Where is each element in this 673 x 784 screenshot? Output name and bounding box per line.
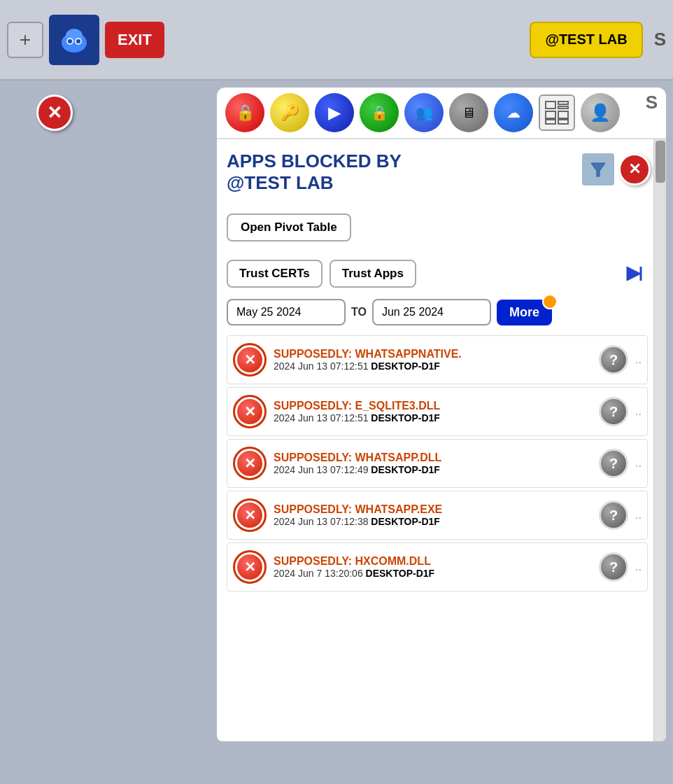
trust-certs-button[interactable]: Trust CERTs — [227, 260, 323, 288]
list-item[interactable]: ✕ SUPPOSEDLY: WHATSAPP.EXE 2024 Jun 13 0… — [227, 491, 648, 540]
svg-rect-12 — [558, 120, 568, 124]
panel-title: APPS BLOCKED BY @TEST LAB — [227, 150, 402, 194]
open-pivot-table-button[interactable]: Open Pivot Table — [227, 214, 351, 241]
item-subtitle: 2024 Jun 7 13:20:06 DESKTOP-D1F — [274, 568, 592, 579]
add-button[interactable]: + — [7, 22, 43, 58]
more-button[interactable]: More — [497, 300, 552, 326]
svg-point-4 — [68, 39, 72, 43]
question-icon[interactable]: ? — [599, 449, 628, 478]
date-from-input[interactable] — [227, 299, 346, 326]
svg-marker-14 — [627, 267, 641, 281]
svg-rect-8 — [558, 106, 568, 108]
arrow-right-button[interactable] — [620, 258, 651, 289]
list-item[interactable]: ✕ SUPPOSEDLY: E_SQLITE3.DLL 2024 Jun 13 … — [227, 387, 648, 436]
item-title: SUPPOSEDLY: HXCOMM.DLL — [274, 555, 592, 568]
question-icon[interactable]: ? — [599, 500, 628, 530]
filter-button[interactable] — [582, 153, 614, 186]
panel-close-icon: ✕ — [628, 160, 641, 178]
blocked-icon: ✕ — [233, 343, 267, 377]
item-dots: .. — [635, 354, 642, 366]
svg-rect-9 — [546, 111, 555, 118]
group-toolbar-icon[interactable]: 👥 — [404, 93, 444, 132]
item-dots: .. — [635, 457, 642, 470]
blocked-icon: ✕ — [233, 498, 267, 532]
right-s-label: S — [646, 91, 658, 113]
question-icon[interactable]: ? — [599, 345, 628, 374]
security-toolbar-icon[interactable]: 🔒 — [360, 93, 399, 132]
trust-apps-button[interactable]: Trust Apps — [330, 260, 416, 288]
question-icon[interactable]: ? — [599, 552, 628, 582]
svg-rect-7 — [558, 102, 568, 104]
key-toolbar-icon[interactable]: 🔑 — [270, 93, 309, 132]
item-subtitle: 2024 Jun 13 07:12:51 DESKTOP-D1F — [274, 412, 592, 424]
blocked-apps-list: ✕ SUPPOSEDLY: WHATSAPPNATIVE. 2024 Jun 1… — [227, 335, 651, 594]
blocked-icon: ✕ — [233, 395, 267, 428]
panel-content: APPS BLOCKED BY @TEST LAB ✕ — [217, 139, 666, 606]
svg-point-5 — [76, 39, 80, 43]
pivot-btn-wrap: Open Pivot Table — [227, 214, 651, 250]
item-subtitle: 2024 Jun 13 07:12:51 DESKTOP-D1F — [274, 360, 592, 372]
blocked-icon: ✕ — [233, 550, 267, 584]
item-subtitle: 2024 Jun 13 07:12:38 DESKTOP-D1F — [274, 516, 592, 527]
svg-marker-13 — [591, 163, 605, 176]
blocked-icon: ✕ — [233, 447, 267, 480]
date-to-input[interactable] — [372, 299, 491, 326]
toolbar: 🔒 🔑 ▶ 🔒 👥 🖥 ☁ — [217, 88, 666, 139]
cloud-toolbar-icon[interactable]: ☁ — [494, 93, 533, 132]
date-row: TO More — [227, 299, 651, 326]
close-button[interactable]: ✕ — [36, 94, 73, 131]
lock-toolbar-icon[interactable]: 🔒 — [225, 93, 264, 132]
grid-toolbar-icon[interactable] — [539, 94, 575, 131]
user-toolbar-icon[interactable]: 👤 — [581, 93, 620, 132]
item-title: SUPPOSEDLY: E_SQLITE3.DLL — [274, 400, 592, 412]
item-title: SUPPOSEDLY: WHATSAPP.EXE — [274, 503, 592, 516]
trust-buttons-row: Trust CERTs Trust Apps — [227, 258, 651, 289]
main-panel: APPS BLOCKED BY @TEST LAB ✕ — [217, 139, 666, 741]
svg-rect-6 — [546, 102, 555, 108]
logo-icon — [49, 15, 99, 65]
item-dots: .. — [635, 509, 642, 522]
list-item[interactable]: ✕ SUPPOSEDLY: HXCOMM.DLL 2024 Jun 7 13:2… — [227, 542, 648, 592]
scroll-thumb[interactable] — [656, 141, 665, 183]
to-label: TO — [351, 306, 367, 318]
item-subtitle: 2024 Jun 13 07:12:49 DESKTOP-D1F — [274, 464, 592, 475]
s-label: S — [654, 29, 666, 50]
item-dots: .. — [635, 405, 642, 418]
panel-title-actions: ✕ — [582, 153, 651, 186]
question-icon[interactable]: ? — [599, 397, 628, 426]
left-sidebar: ✕ — [0, 88, 108, 741]
panel-close-button[interactable]: ✕ — [618, 153, 651, 186]
exit-button[interactable]: EXIT — [105, 22, 164, 58]
play-toolbar-icon[interactable]: ▶ — [315, 93, 354, 132]
item-dots: .. — [635, 561, 642, 573]
item-title: SUPPOSEDLY: WHATSAPP.DLL — [274, 451, 592, 464]
list-item[interactable]: ✕ SUPPOSEDLY: WHATSAPPNATIVE. 2024 Jun 1… — [227, 335, 648, 384]
list-item[interactable]: ✕ SUPPOSEDLY: WHATSAPP.DLL 2024 Jun 13 0… — [227, 439, 648, 488]
svg-rect-11 — [546, 120, 555, 124]
test-lab-button[interactable]: @TEST LAB — [530, 22, 642, 58]
monitor-toolbar-icon[interactable]: 🖥 — [449, 93, 488, 132]
item-title: SUPPOSEDLY: WHATSAPPNATIVE. — [274, 348, 592, 360]
more-btn-badge — [542, 294, 558, 309]
top-bar: + EXIT @TEST LAB S — [0, 0, 673, 80]
svg-rect-10 — [558, 111, 568, 118]
scrollbar[interactable] — [653, 139, 666, 741]
close-icon: ✕ — [47, 102, 62, 124]
main-area: ✕ 🔒 🔑 ▶ 🔒 👥 🖥 ☁ — [0, 80, 673, 748]
panel-header: APPS BLOCKED BY @TEST LAB ✕ — [227, 150, 651, 204]
